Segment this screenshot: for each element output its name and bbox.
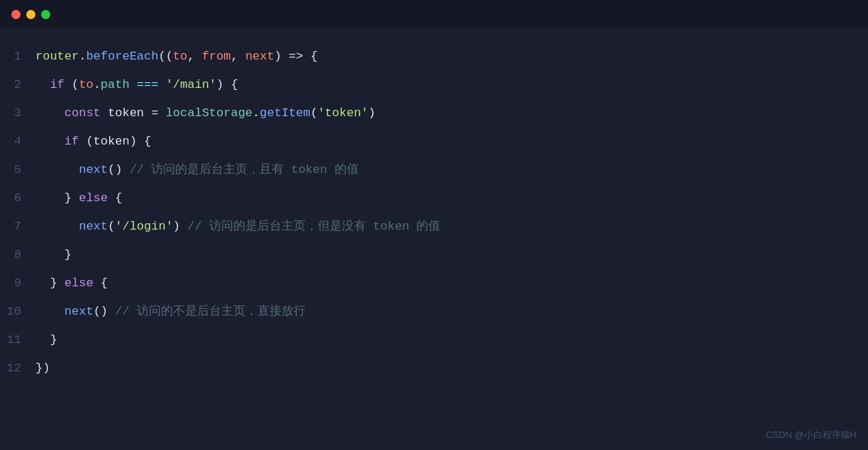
token: } (35, 248, 72, 261)
watermark: CSDN @小白程序猿H (766, 429, 857, 441)
token: }) (35, 361, 50, 375)
line-number: 1 (0, 44, 35, 69)
token: (token) { (79, 135, 151, 148)
token: to (173, 50, 187, 63)
token (35, 78, 50, 91)
token: ( (65, 78, 79, 91)
token (35, 135, 65, 148)
token: { (94, 276, 108, 290)
code-line: 7 next('/login') // 访问的是后台主页，但是没有 token … (0, 213, 868, 241)
token: ) (173, 220, 187, 233)
token: to (79, 78, 93, 91)
code-line: 6 } else { (0, 184, 868, 213)
token (35, 191, 65, 205)
token: token = (101, 106, 166, 120)
token: ( (311, 106, 318, 120)
code-line: 4 if (token) { (0, 128, 868, 156)
token: const (65, 106, 101, 120)
token: . (252, 106, 260, 120)
line-number: 8 (0, 242, 35, 268)
token: . (94, 78, 101, 91)
token: ) => { (274, 50, 318, 63)
line-number: 10 (0, 299, 35, 325)
token: () (94, 305, 116, 318)
token: next (65, 305, 94, 318)
token: else (79, 191, 108, 205)
code-line: 11 } (0, 326, 868, 354)
token: . (79, 50, 86, 63)
line-content: }) (35, 356, 868, 381)
token: router (35, 50, 79, 63)
token: ) { (216, 78, 238, 91)
window: 1router.beforeEach((to, from, next) => {… (0, 0, 868, 450)
code-line: 12}) (0, 354, 868, 383)
line-content: } else { (35, 271, 868, 296)
token: if (65, 135, 79, 148)
code-line: 3 const token = localStorage.getItem('to… (0, 99, 868, 128)
token: '/login' (115, 220, 173, 233)
token: ( (108, 220, 115, 233)
close-dot[interactable] (11, 10, 21, 19)
token: { (108, 191, 122, 205)
code-line: 10 next() // 访问的不是后台主页，直接放行 (0, 298, 868, 326)
line-content: if (to.path === '/main') { (35, 72, 868, 98)
line-content: if (token) { (35, 129, 868, 154)
token: else (65, 276, 94, 290)
token: === (130, 78, 166, 91)
token: getItem (260, 106, 310, 120)
line-number: 7 (0, 214, 35, 240)
token: (( (158, 50, 172, 63)
token (35, 305, 65, 318)
token: ) (368, 106, 375, 120)
token (35, 276, 50, 290)
line-content: next() // 访问的不是后台主页，直接放行 (35, 299, 868, 325)
line-content: router.beforeEach((to, from, next) => { (35, 44, 868, 69)
token: 'token' (318, 106, 368, 120)
token: // 访问的是后台主页，且有 token 的值 (130, 163, 359, 176)
titlebar (0, 0, 868, 28)
token: next (79, 220, 108, 233)
code-editor[interactable]: 1router.beforeEach((to, from, next) => {… (0, 28, 868, 450)
code-line: 1router.beforeEach((to, from, next) => { (0, 43, 868, 71)
token: // 访问的不是后台主页，直接放行 (115, 305, 306, 318)
token: if (50, 78, 64, 91)
line-content: next() // 访问的是后台主页，且有 token 的值 (35, 157, 868, 183)
token: localStorage (166, 106, 252, 120)
code-line: 8 } (0, 241, 868, 269)
line-number: 11 (0, 327, 35, 353)
line-content: } else { (35, 186, 868, 211)
line-number: 5 (0, 157, 35, 183)
token: beforeEach (86, 50, 158, 63)
line-content: } (35, 242, 868, 268)
minimize-dot[interactable] (26, 10, 35, 19)
token: () (108, 163, 130, 176)
token: } (35, 333, 57, 347)
code-line: 2 if (to.path === '/main') { (0, 71, 868, 99)
maximize-dot[interactable] (41, 10, 50, 19)
token: '/main' (166, 78, 216, 91)
line-number: 4 (0, 129, 35, 154)
line-content: const token = localStorage.getItem('toke… (35, 101, 868, 126)
line-content: next('/login') // 访问的是后台主页，但是没有 token 的值 (35, 214, 868, 240)
code-line: 9 } else { (0, 269, 868, 298)
token: , (230, 50, 245, 63)
token: } (50, 276, 64, 290)
token: next (79, 163, 108, 176)
line-number: 12 (0, 356, 35, 381)
token (35, 163, 79, 176)
line-number: 3 (0, 101, 35, 126)
code-line: 5 next() // 访问的是后台主页，且有 token 的值 (0, 156, 868, 184)
token (35, 106, 65, 120)
line-content: } (35, 327, 868, 353)
token: from (202, 50, 231, 63)
token: // 访问的是后台主页，但是没有 token 的值 (187, 220, 440, 233)
line-number: 6 (0, 186, 35, 211)
line-number: 2 (0, 72, 35, 98)
token: , (187, 50, 201, 63)
line-number: 9 (0, 271, 35, 296)
token: next (245, 50, 274, 63)
token (35, 220, 79, 233)
token: path (101, 78, 130, 91)
token: } (65, 191, 79, 205)
